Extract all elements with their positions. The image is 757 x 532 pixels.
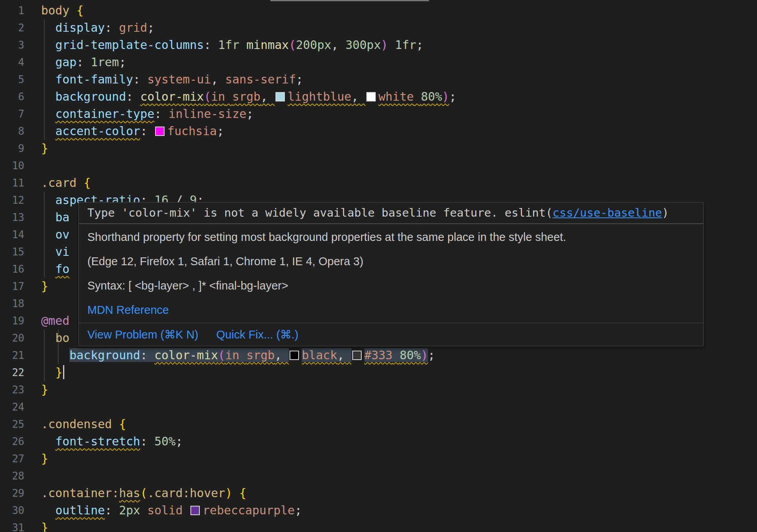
code-line[interactable]: 21 background: color-mix(in srgb, black,… xyxy=(0,347,757,364)
code-line[interactable]: 1body { xyxy=(0,2,757,19)
line-number: 15 xyxy=(0,243,24,261)
code-token: } xyxy=(41,521,48,532)
code-token: { xyxy=(76,4,83,17)
code-token: ) xyxy=(381,38,388,52)
code-token xyxy=(41,503,55,517)
code-line[interactable]: 11.card { xyxy=(0,174,757,192)
code-token xyxy=(239,38,246,52)
code-token: inline-size xyxy=(168,107,246,121)
code-line[interactable]: 28 xyxy=(0,467,757,485)
color-swatch[interactable] xyxy=(366,92,376,101)
code-token xyxy=(41,38,55,52)
line-number: 21 xyxy=(0,347,24,364)
eslint-rule-link[interactable]: css/use-baseline xyxy=(552,206,662,219)
code-line[interactable]: 5 font-family: system-ui, sans-serif; xyxy=(0,71,757,88)
code-token xyxy=(41,107,55,121)
code-token: ( xyxy=(289,38,296,52)
hover-docs: Shorthand property for setting most back… xyxy=(79,224,703,323)
code-text: } xyxy=(41,381,48,398)
code-text: ba xyxy=(41,209,69,226)
line-number: 11 xyxy=(0,174,24,192)
code-token: background xyxy=(69,348,140,362)
code-token xyxy=(41,331,55,345)
code-token: , xyxy=(275,348,289,362)
quick-fix-link[interactable]: Quick Fix... (⌘.) xyxy=(216,328,298,341)
code-token: grid-template-columns xyxy=(55,38,204,52)
code-token: 1fr xyxy=(395,38,416,52)
code-token xyxy=(140,503,147,517)
code-line[interactable]: 25.condensed { xyxy=(0,416,757,433)
code-text: ov xyxy=(41,226,69,243)
code-token: rebeccapurple xyxy=(203,503,295,517)
code-line[interactable]: 9} xyxy=(0,140,757,157)
code-token xyxy=(41,348,69,362)
color-swatch[interactable] xyxy=(155,127,165,136)
code-token: lightblue xyxy=(288,90,351,103)
code-token: : xyxy=(112,486,119,500)
code-token: { xyxy=(83,176,91,190)
code-token xyxy=(225,90,232,103)
line-number: 26 xyxy=(0,433,24,450)
code-text: accent-color: fuchsia; xyxy=(41,123,224,140)
code-token: black xyxy=(302,348,337,362)
color-swatch[interactable] xyxy=(352,351,362,360)
code-line[interactable]: 29.container:has(.card:hover) { xyxy=(0,485,757,502)
line-number: 3 xyxy=(0,36,24,54)
code-text: } xyxy=(41,140,48,157)
code-token: } xyxy=(55,366,62,379)
code-line[interactable]: 31} xyxy=(0,519,757,532)
code-token xyxy=(388,38,395,52)
code-token xyxy=(183,503,190,517)
view-problem-link[interactable]: View Problem (⌘K N) xyxy=(87,328,198,341)
code-token: sans-serif xyxy=(225,72,296,86)
code-token: ba xyxy=(55,210,69,224)
code-line[interactable]: 26 font-stretch: 50%; xyxy=(0,433,757,450)
code-line[interactable]: 2 display: grid; xyxy=(0,19,757,36)
code-token xyxy=(41,245,55,259)
code-token: ; xyxy=(416,38,423,52)
code-text: body { xyxy=(41,2,83,19)
code-line[interactable]: 10 xyxy=(0,157,757,174)
code-line[interactable]: 30 outline: 2px solid rebeccapurple; xyxy=(0,502,757,519)
code-token: outline xyxy=(55,503,105,517)
line-number: 29 xyxy=(0,485,24,502)
code-token: body xyxy=(41,4,69,17)
code-token xyxy=(41,21,55,34)
code-line[interactable]: 23} xyxy=(0,381,757,398)
code-token: background xyxy=(55,90,126,103)
code-line[interactable]: 4 gap: 1rem; xyxy=(0,54,757,71)
code-text: .container:has(.card:hover) { xyxy=(41,485,246,502)
code-line[interactable]: 7 container-type: inline-size; xyxy=(0,105,757,123)
code-text: .condensed { xyxy=(41,416,126,433)
code-token: ( xyxy=(140,486,147,500)
line-number: 30 xyxy=(0,502,24,519)
code-token: ; xyxy=(147,21,154,34)
color-swatch[interactable] xyxy=(290,351,299,360)
code-token: .container xyxy=(41,486,112,500)
code-token xyxy=(414,90,421,103)
code-line[interactable]: 6 background: color-mix(in srgb, lightbl… xyxy=(0,88,757,105)
line-number: 20 xyxy=(0,329,24,347)
code-line[interactable]: 27} xyxy=(0,450,757,467)
code-token: fo xyxy=(55,262,69,276)
code-token: color-mix xyxy=(154,348,218,362)
code-editor[interactable]: 1body {2 display: grid;3 grid-template-c… xyxy=(0,0,757,532)
code-text: grid-template-columns: 1fr minmax(200px,… xyxy=(41,36,423,54)
code-token: container-type xyxy=(55,107,154,121)
color-swatch[interactable] xyxy=(275,92,285,101)
code-token: in xyxy=(211,90,225,103)
code-line[interactable]: 22 } xyxy=(0,364,757,381)
code-token: display xyxy=(55,21,105,34)
code-text: container-type: inline-size; xyxy=(41,105,254,123)
code-line[interactable]: 24 xyxy=(0,398,757,416)
code-line[interactable]: 3 grid-template-columns: 1fr minmax(200p… xyxy=(0,36,757,54)
code-line[interactable]: 8 accent-color: fuchsia; xyxy=(0,123,757,140)
line-number: 22 xyxy=(0,364,24,381)
code-token: ) xyxy=(421,348,428,362)
mdn-reference-link[interactable]: MDN Reference xyxy=(87,304,169,316)
code-token: :hover xyxy=(183,486,225,500)
line-number: 6 xyxy=(0,88,24,105)
code-token: : xyxy=(105,21,119,34)
code-token: ) xyxy=(442,90,449,103)
color-swatch[interactable] xyxy=(190,506,200,515)
